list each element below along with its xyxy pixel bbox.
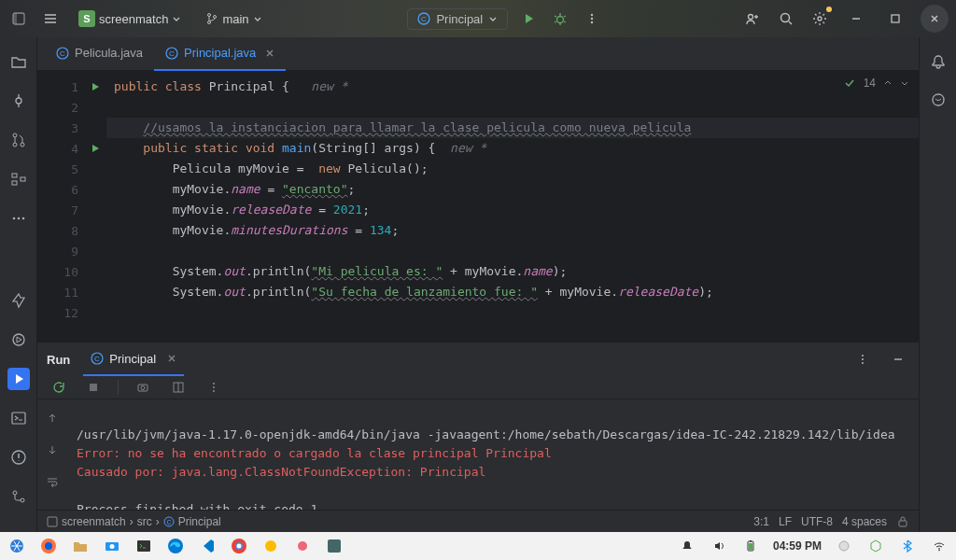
stop-icon[interactable] xyxy=(82,376,105,399)
editor-tabs: C Pelicula.java C Principal.java xyxy=(37,37,919,71)
output-cmd: /usr/lib/jvm/java-1.17.0-openjdk-amd64/b… xyxy=(77,427,895,441)
svg-text:C: C xyxy=(421,15,427,23)
app-icon[interactable] xyxy=(293,537,312,555)
commit-tool-icon[interactable] xyxy=(7,90,30,112)
edge-icon[interactable] xyxy=(166,537,185,555)
inspection-widget[interactable]: 14 xyxy=(843,77,909,90)
code-with-me-icon[interactable] xyxy=(741,7,764,30)
tab-label: Pelicula.java xyxy=(75,46,143,60)
soft-wrap-icon[interactable] xyxy=(41,470,63,493)
tab-label: Principal.java xyxy=(184,46,256,60)
line-ending[interactable]: LF xyxy=(779,515,792,528)
svg-rect-55 xyxy=(137,540,150,552)
clock[interactable]: 04:59 PM xyxy=(773,539,822,553)
files-icon[interactable] xyxy=(71,537,90,555)
indent-info[interactable]: 4 spaces xyxy=(842,515,887,528)
class-icon: C xyxy=(56,47,69,60)
scroll-down-icon[interactable] xyxy=(41,439,63,461)
layout-icon[interactable] xyxy=(167,376,190,399)
settings-icon[interactable] xyxy=(808,7,831,30)
search-icon[interactable] xyxy=(775,7,797,30)
build-tool-icon[interactable] xyxy=(7,289,30,312)
tab-principal[interactable]: C Principal.java xyxy=(154,37,286,71)
inspection-count: 14 xyxy=(864,77,876,90)
rerun-icon[interactable] xyxy=(47,376,69,399)
app-icon[interactable] xyxy=(261,537,280,555)
hamburger-icon[interactable] xyxy=(39,7,62,30)
intellij-icon[interactable] xyxy=(325,537,344,555)
run-output[interactable]: /usr/lib/jvm/java-1.17.0-openjdk-amd64/b… xyxy=(67,399,919,526)
chevron-down-icon[interactable] xyxy=(900,78,909,88)
code-content[interactable]: public class Principal { new * //usamos … xyxy=(106,71,919,342)
readonly-icon[interactable] xyxy=(896,515,909,528)
notifications-icon[interactable] xyxy=(927,50,949,73)
terminal-app-icon[interactable] xyxy=(134,537,153,555)
svg-point-54 xyxy=(110,544,115,549)
check-icon xyxy=(843,77,856,90)
chrome-icon[interactable] xyxy=(230,537,248,555)
run-config-dropdown[interactable]: C Principal xyxy=(407,8,508,30)
run-button[interactable] xyxy=(517,7,540,30)
scroll-up-icon[interactable] xyxy=(41,407,63,429)
minimize-button[interactable] xyxy=(842,5,870,33)
code-editor[interactable]: 1 2 3 4 5 6 7 8 9 10 11 12 xyxy=(37,71,919,342)
notifications-tray-icon[interactable] xyxy=(678,537,696,555)
firefox-icon[interactable] xyxy=(39,537,58,555)
svg-rect-19 xyxy=(12,174,17,177)
svg-point-2 xyxy=(208,14,211,17)
maximize-button[interactable] xyxy=(881,5,909,33)
svg-point-36 xyxy=(862,355,864,357)
project-dropdown[interactable]: S screenmatch xyxy=(71,7,189,30)
problems-tool-icon[interactable] xyxy=(7,446,30,469)
close-icon[interactable] xyxy=(167,354,176,363)
run-more-icon[interactable] xyxy=(203,376,225,399)
tray-icon[interactable] xyxy=(866,537,885,555)
tab-pelicula[interactable]: C Pelicula.java xyxy=(45,37,154,71)
caret-position[interactable]: 3:1 xyxy=(753,515,769,528)
file-encoding[interactable]: UTF-8 xyxy=(801,515,833,528)
volume-icon[interactable] xyxy=(710,537,728,555)
ai-assistant-icon[interactable] xyxy=(927,90,949,112)
app-menu-icon[interactable] xyxy=(7,7,30,30)
svg-text:C: C xyxy=(166,519,171,525)
wifi-icon[interactable] xyxy=(930,537,949,555)
close-tab-icon[interactable] xyxy=(265,49,274,58)
class-icon: C xyxy=(163,516,175,527)
run-tab[interactable]: C Principal xyxy=(83,343,184,376)
os-taskbar: 04:59 PM xyxy=(0,532,956,560)
class-icon: C xyxy=(417,12,430,25)
svg-point-37 xyxy=(862,358,864,360)
run-line-icon[interactable] xyxy=(90,143,101,154)
camera-icon[interactable] xyxy=(103,537,121,555)
run-line-icon[interactable] xyxy=(90,81,101,92)
svg-rect-1 xyxy=(13,13,17,24)
start-menu-icon[interactable] xyxy=(7,537,26,555)
close-button[interactable] xyxy=(921,5,949,33)
more-actions-icon[interactable] xyxy=(581,7,603,30)
more-tools-icon[interactable] xyxy=(7,207,30,230)
structure-tool-icon[interactable] xyxy=(7,168,30,190)
svg-point-67 xyxy=(938,550,940,552)
screenshot-icon[interactable] xyxy=(132,376,154,399)
hide-panel-icon[interactable] xyxy=(887,348,909,371)
battery-icon[interactable] xyxy=(741,537,760,555)
pull-requests-icon[interactable] xyxy=(7,129,30,151)
branch-dropdown[interactable]: main xyxy=(198,9,269,29)
chevron-up-icon[interactable] xyxy=(883,78,893,88)
services-tool-icon[interactable] xyxy=(7,329,30,351)
vscode-icon[interactable] xyxy=(198,537,217,555)
left-toolstrip xyxy=(0,37,37,532)
run-tool-icon[interactable] xyxy=(7,368,30,390)
svg-point-59 xyxy=(237,544,242,549)
svg-text:C: C xyxy=(60,49,65,58)
terminal-tool-icon[interactable] xyxy=(7,407,30,429)
tray-icon[interactable] xyxy=(835,537,853,555)
debug-button[interactable] xyxy=(549,7,571,30)
vcs-tool-icon[interactable] xyxy=(7,485,30,508)
svg-point-41 xyxy=(141,386,145,390)
project-tool-icon[interactable] xyxy=(7,50,30,73)
bluetooth-icon[interactable] xyxy=(898,537,917,555)
svg-rect-20 xyxy=(12,181,17,185)
run-panel-more-icon[interactable] xyxy=(851,348,874,371)
breadcrumb[interactable]: screenmatch › src › C Principal xyxy=(47,515,221,528)
